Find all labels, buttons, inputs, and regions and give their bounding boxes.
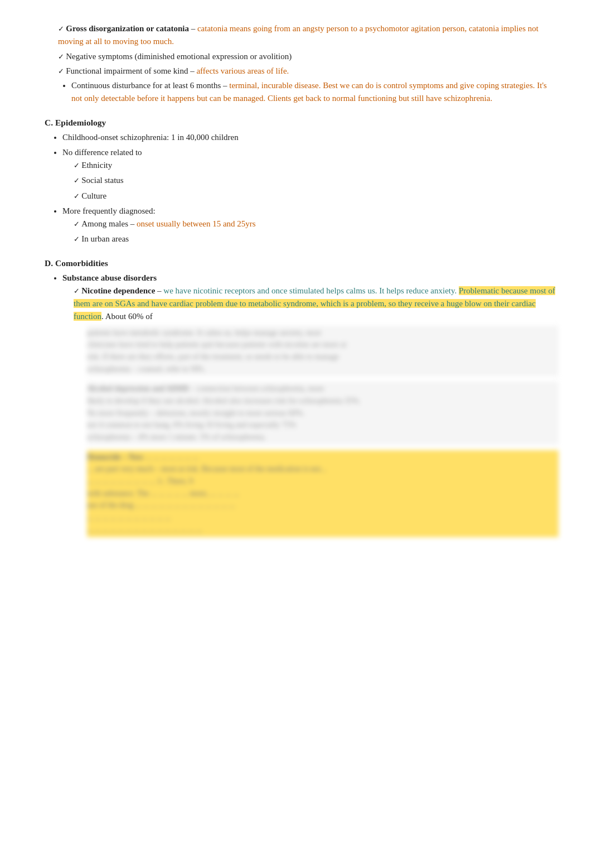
blurred-line-3-4: with substance. The ... ... ... ... ... … (87, 488, 559, 500)
bullet-list-continuous: Continuous disturbance for at least 6 mo… (45, 79, 559, 105)
continuous-item: Continuous disturbance for at least 6 mo… (71, 79, 559, 105)
section-c: C. Epidemiology Childhood-onset schizoph… (45, 118, 559, 246)
more-frequent-text: More frequently diagnosed: (62, 206, 156, 215)
ethnicity-item: Ethnicity (74, 159, 559, 172)
blurred-line-3-1: Homocide – Now ... ... ... ... ... ... .… (87, 451, 559, 464)
no-difference-item: No difference related to Ethnicity Socia… (62, 146, 559, 202)
negative-label: Negative symptoms (diminished emotional … (66, 52, 292, 61)
functional-dash: – (188, 66, 196, 75)
culture-item: Culture (74, 190, 559, 202)
section-d: D. Comorbidities Substance abuse disorde… (45, 258, 559, 537)
blurred-line-3-5: use of the drug ... ... ... ... ... ... … (87, 499, 559, 512)
nicotine-dash: – (155, 286, 163, 295)
continuous-label: Continuous disturbance for at least 6 mo… (71, 81, 221, 90)
among-males-text: Among males (81, 219, 128, 228)
check-item-catatonia: Gross disorganization or catatonia – cat… (58, 22, 559, 49)
nicotine-after: . About 60% of (101, 312, 153, 321)
blurred-block-3: Homocide – Now ... ... ... ... ... ... .… (87, 450, 559, 537)
nicotine-item: Nicotine dependence – we have nicotinic … (74, 284, 559, 324)
nicotine-bold: Nicotine dependence (81, 286, 155, 295)
catatonia-label: Gross disorganization or catatonia (66, 24, 189, 33)
among-males-dash: – (128, 219, 137, 228)
section-c-header: C. Epidemiology (45, 118, 559, 128)
blurred-line-2-3: No more frequently – delusions, mostly s… (87, 407, 559, 419)
catatonia-dash: – (189, 24, 197, 33)
substance-abuse-item: Substance abuse disorders Nicotine depen… (62, 272, 559, 537)
blurred-line-3-2: ... are part very much – most at risk. B… (87, 463, 559, 475)
check-item-functional: Functional impairment of some kind – aff… (58, 65, 559, 78)
blurred-line-2-1: Alcohol depression and ADHD – connection… (87, 383, 559, 395)
substance-abuse-label: Substance abuse disorders (62, 273, 157, 282)
social-status-item: Social status (74, 174, 559, 187)
blurred-line-1-3: risk. If there are they efforts, part of… (87, 351, 559, 363)
section-c-bullets: Childhood-onset schizophrenia: 1 in 40,0… (45, 131, 559, 246)
functional-annotation: affects various areas of life. (196, 66, 289, 75)
more-frequent-checks: Among males – onset usually between 15 a… (62, 218, 559, 246)
section-d-bullets: Substance abuse disorders Nicotine depen… (45, 272, 559, 537)
nicotine-normal: we have nicotinic receptors and once sti… (163, 286, 459, 295)
continuous-dash: – (221, 81, 229, 90)
blurred-block-1: patients have metabolic syndrome. It cal… (87, 326, 559, 377)
blurred-line-3-6: ... ... ... ... ... ... ... ... ... ... … (87, 512, 559, 524)
blurred-block-2: Alcohol depression and ADHD – connection… (87, 382, 559, 444)
check-item-negative: Negative symptoms (diminished emotional … (58, 50, 559, 63)
functional-label: Functional impairment of some kind (66, 66, 188, 75)
section-d-header: D. Comorbidities (45, 258, 559, 268)
substance-checks: Nicotine dependence – we have nicotinic … (62, 284, 559, 324)
urban-areas-item: In urban areas (74, 233, 559, 245)
among-males-annotation: onset usually between 15 and 25yrs (137, 219, 256, 228)
blurred-line-2-5: schizophrenia – 4% more 1 minute. 5% of … (87, 431, 559, 443)
no-difference-checks: Ethnicity Social status Culture (62, 159, 559, 202)
no-difference-text: No difference related to (62, 148, 142, 157)
blurred-line-1-4: schizophrenia – counsel, refer to NPs. (87, 363, 559, 375)
blurred-line-2-4: not 4 common to not hang, 6% living 10 l… (87, 419, 559, 431)
check-list-top: Gross disorganization or catatonia – cat… (45, 22, 559, 78)
more-frequent-item: More frequently diagnosed: Among males –… (62, 205, 559, 246)
intro-checklist: Gross disorganization or catatonia – cat… (45, 22, 559, 105)
among-males-item: Among males – onset usually between 15 a… (74, 218, 559, 230)
childhood-item: Childhood-onset schizophrenia: 1 in 40,0… (62, 131, 559, 144)
blurred-line-3-7: ... ... ... ... ... ... ... ... ... ... … (87, 524, 559, 536)
blurred-line-1-2: clinicians have tried to help patients q… (87, 339, 559, 351)
blurred-line-3-3: ... ... ... ... ... ... ... ... ... 1:. … (87, 475, 559, 488)
blurred-line-1-1: patients have metabolic syndrome. It cal… (87, 327, 559, 339)
blurred-line-2-2: likely to develop if they use alcohol. A… (87, 395, 559, 407)
